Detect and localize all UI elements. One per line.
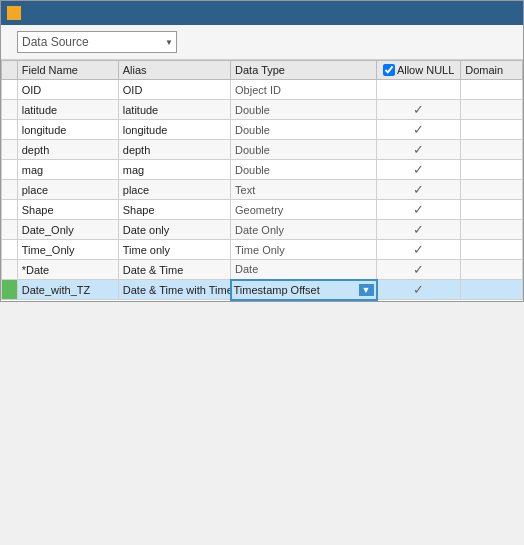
row-indicator xyxy=(2,260,18,280)
datatype-cell: Date Only xyxy=(231,220,377,240)
title-bar-left xyxy=(7,6,25,20)
table-row: magmagDouble✓ xyxy=(2,160,523,180)
row-indicator xyxy=(2,220,18,240)
allow-null-cell: ✓ xyxy=(377,240,461,260)
datatype-cell: Geometry xyxy=(231,200,377,220)
allow-null-cell xyxy=(377,80,461,100)
col-header-allownull: Allow NULL xyxy=(377,61,461,80)
table-row: placeplaceText✓ xyxy=(2,180,523,200)
col-header-fieldname: Field Name xyxy=(17,61,118,80)
datatype-cell: Text xyxy=(231,180,377,200)
title-bar xyxy=(1,1,523,25)
datatype-cell: Object ID xyxy=(231,80,377,100)
domain-cell xyxy=(461,120,523,140)
main-window: Data Source Field Name Alias Data Type A… xyxy=(0,0,524,302)
layer-select-wrapper[interactable]: Data Source xyxy=(17,31,177,53)
col-header-datatype: Data Type xyxy=(231,61,377,80)
allow-null-cell: ✓ xyxy=(377,120,461,140)
alias-cell: Time only xyxy=(118,240,230,260)
domain-cell xyxy=(461,140,523,160)
domain-cell xyxy=(461,160,523,180)
domain-cell xyxy=(461,100,523,120)
row-indicator xyxy=(2,100,18,120)
alias-cell: place xyxy=(118,180,230,200)
table-row: longitudelongitudeDouble✓ xyxy=(2,120,523,140)
field-name-cell: Date_Only xyxy=(17,220,118,240)
table-row: Time_OnlyTime onlyTime Only✓ xyxy=(2,240,523,260)
table-row: *DateDate & TimeDate✓ xyxy=(2,260,523,280)
datatype-cell[interactable]: Timestamp Offset▼ xyxy=(231,280,377,300)
domain-cell xyxy=(461,80,523,100)
field-name-cell: Time_Only xyxy=(17,240,118,260)
allow-null-header-checkbox[interactable] xyxy=(383,64,395,76)
alias-cell: mag xyxy=(118,160,230,180)
alias-cell: OID xyxy=(118,80,230,100)
datatype-cell: Time Only xyxy=(231,240,377,260)
current-layer-row: Data Source xyxy=(1,25,523,60)
datatype-cell: Double xyxy=(231,120,377,140)
datatype-cell: Double xyxy=(231,140,377,160)
allow-null-cell: ✓ xyxy=(377,180,461,200)
row-indicator xyxy=(2,240,18,260)
table-row: latitudelatitudeDouble✓ xyxy=(2,100,523,120)
domain-cell xyxy=(461,260,523,280)
allow-null-cell: ✓ xyxy=(377,100,461,120)
layer-select[interactable]: Data Source xyxy=(17,31,177,53)
table-row: Date_OnlyDate onlyDate Only✓ xyxy=(2,220,523,240)
row-indicator xyxy=(2,120,18,140)
field-name-cell: OID xyxy=(17,80,118,100)
row-indicator xyxy=(2,160,18,180)
allow-null-cell: ✓ xyxy=(377,160,461,180)
table-row: OIDOIDObject ID xyxy=(2,80,523,100)
fields-table-container: Field Name Alias Data Type Allow NULL Do… xyxy=(1,60,523,301)
row-indicator xyxy=(2,200,18,220)
domain-cell xyxy=(461,220,523,240)
domain-cell xyxy=(461,200,523,220)
row-indicator xyxy=(2,280,18,300)
alias-cell: depth xyxy=(118,140,230,160)
datatype-cell: Double xyxy=(231,100,377,120)
field-name-cell: *Date xyxy=(17,260,118,280)
col-header-arrow xyxy=(2,61,18,80)
domain-cell xyxy=(461,240,523,260)
tab-icon xyxy=(7,6,21,20)
datatype-cell: Date xyxy=(231,260,377,280)
field-name-cell: longitude xyxy=(17,120,118,140)
allow-null-cell: ✓ xyxy=(377,220,461,240)
col-header-domain: Domain xyxy=(461,61,523,80)
col-header-alias: Alias xyxy=(118,61,230,80)
allow-null-cell: ✓ xyxy=(377,140,461,160)
row-indicator xyxy=(2,80,18,100)
field-name-cell: Shape xyxy=(17,200,118,220)
row-indicator xyxy=(2,180,18,200)
alias-cell: Shape xyxy=(118,200,230,220)
field-name-cell: Date_with_TZ xyxy=(17,280,118,300)
allow-null-cell: ✓ xyxy=(377,280,461,300)
domain-cell xyxy=(461,180,523,200)
datatype-cell: Double xyxy=(231,160,377,180)
field-name-cell: depth xyxy=(17,140,118,160)
alias-cell: Date & Time xyxy=(118,260,230,280)
table-row: ShapeShapeGeometry✓ xyxy=(2,200,523,220)
field-name-cell: latitude xyxy=(17,100,118,120)
alias-cell: Date only xyxy=(118,220,230,240)
row-indicator xyxy=(2,140,18,160)
domain-cell xyxy=(461,280,523,300)
alias-cell: Date & Time with Timezone Offset xyxy=(118,280,230,300)
alias-cell: latitude xyxy=(118,100,230,120)
field-name-cell: place xyxy=(17,180,118,200)
alias-cell: longitude xyxy=(118,120,230,140)
allow-null-cell: ✓ xyxy=(377,260,461,280)
fields-table: Field Name Alias Data Type Allow NULL Do… xyxy=(1,60,523,301)
table-row: depthdepthDouble✓ xyxy=(2,140,523,160)
dropdown-arrow-inline[interactable]: ▼ xyxy=(359,284,374,296)
table-row: Date_with_TZDate & Time with Timezone Of… xyxy=(2,280,523,300)
allow-null-cell: ✓ xyxy=(377,200,461,220)
field-name-cell: mag xyxy=(17,160,118,180)
